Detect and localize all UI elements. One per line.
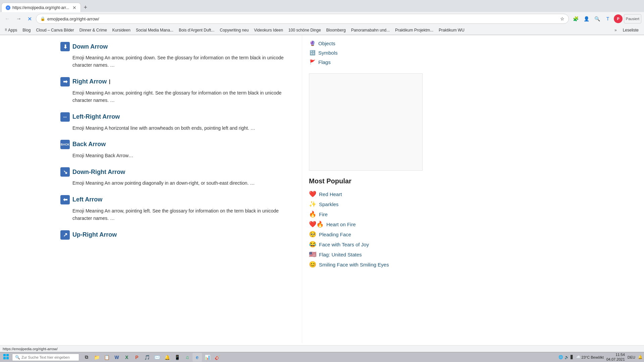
objects-icon: 🔮 [309,40,316,47]
profile-button[interactable]: P [614,14,623,23]
main-content: ⬇ Down Arrow Emoji Meaning An arrow, poi… [0,35,302,343]
page-container: ⬇ Down Arrow Emoji Meaning An arrow, poi… [0,35,644,343]
bookmarks-bar: ⠿ Apps Blog Cloud – Canva Bilder Dinner … [0,25,644,35]
down-right-arrow-link[interactable]: Down-Right Arrow [72,169,125,176]
bookmark-cloud[interactable]: Cloud – Canva Bilder [34,27,76,33]
bookmark-videokurs[interactable]: Videokurs Ideen [252,27,285,33]
pleading-face-emoji: 🥺 [309,231,316,238]
bookmark-praktikum-pm[interactable]: Praktikum Projektm... [393,27,435,33]
address-bar[interactable]: 🔒 ☆ [36,14,569,24]
browser-chrome: e https://emojipedia.org/right-arr... ✕ … [0,0,644,35]
lock-icon: 🔒 [40,16,45,21]
down-arrow-entry: ⬇ Down Arrow Emoji Meaning An arrow, poi… [60,42,288,69]
bookmark-copywriting[interactable]: Copywriting neu [218,27,251,33]
bookmark-copywriting-label: Copywriting neu [220,28,249,33]
smiling-face-emoji: 😊 [309,261,316,268]
new-tab-button[interactable]: + [81,4,90,11]
popular-item-smiling-face[interactable]: 😊 Smiling Face with Smiling Eyes [309,259,423,269]
popular-item-flag-us[interactable]: 🇺🇸 Flag: United States [309,249,423,259]
popular-item-red-heart[interactable]: ❤️ Red Heart [309,189,423,199]
bookmark-panorama-label: Panoramabahn und... [351,28,390,33]
bookmark-dinner[interactable]: Dinner & Crime [77,27,109,33]
flag-us-link[interactable]: Flag: United States [319,252,362,257]
bookmark-praktikum-wu-label: Praktikum WU [439,28,465,33]
back-arrow-icon: BACK [60,140,70,149]
bookmark-blog-label: Blog [22,28,31,33]
most-popular-title: Most Popular [309,177,423,185]
face-tears-joy-link[interactable]: Face with Tears of Joy [319,242,369,247]
bookmark-kursideen[interactable]: Kursideen [110,27,132,33]
down-arrow-link[interactable]: Down Arrow [72,43,108,50]
pleading-face-link[interactable]: Pleading Face [319,232,351,237]
down-right-arrow-description: Emoji Meaning An arrow pointing diagonal… [72,179,288,187]
active-tab[interactable]: e https://emojipedia.org/right-arr... ✕ [1,3,81,12]
bookmark-praktikum-wu[interactable]: Praktikum WU [437,27,467,33]
right-arrow-title-row: ➡ Right Arrow [60,77,288,86]
bookmark-cloud-label: Cloud – Canva Bilder [36,28,74,33]
tab-title: https://emojipedia.org/right-arr... [12,5,69,10]
flag-us-emoji: 🇺🇸 [309,251,316,258]
left-arrow-entry: ⬅ Left Arrow Emoji Meaning An arrow, poi… [60,195,288,222]
bookmark-panorama[interactable]: Panoramabahn und... [349,27,392,33]
account-icon[interactable]: 👤 [582,14,591,23]
up-right-arrow-link[interactable]: Up-Right Arrow [72,231,117,238]
bookmark-social[interactable]: Social Media Mana... [134,27,175,33]
reload-button[interactable]: ✕ [25,14,34,23]
left-arrow-description: Emoji Meaning An arrow, pointing left. S… [72,207,288,222]
up-right-arrow-title-row: ↗ Up-Right Arrow [60,230,288,240]
popular-item-heart-on-fire[interactable]: ❤️🔥 Heart on Fire [309,219,423,229]
read-list-button[interactable]: Leseliste [620,27,641,33]
sidebar-item-flags[interactable]: 🚩 Flags [309,57,423,67]
sidebar-item-objects[interactable]: 🔮 Objects [309,39,423,48]
down-arrow-title-row: ⬇ Down Arrow [60,42,288,51]
sidebar-item-flags-label: Flags [318,59,331,65]
bookmark-apps[interactable]: ⠿ Apps [3,27,19,33]
pause-button[interactable]: Pausiert [624,14,641,23]
left-right-arrow-link[interactable]: Left-Right Arrow [72,113,120,120]
bookmark-dinner-label: Dinner & Crime [79,28,107,33]
tab-close-button[interactable]: ✕ [72,5,76,10]
popular-item-pleading-face[interactable]: 🥺 Pleading Face [309,229,423,239]
bookmark-100schone[interactable]: 100 schöne Dinge [286,27,323,33]
search-button[interactable]: 🔍 [592,14,602,23]
extensions-button[interactable]: 🧩 [571,14,580,23]
popular-item-face-tears-joy[interactable]: 😂 Face with Tears of Joy [309,239,423,249]
bookmark-100schone-label: 100 schöne Dinge [288,28,321,33]
forward-button[interactable]: → [14,14,23,23]
back-button[interactable]: ← [3,14,12,23]
translate-icon[interactable]: T [603,14,612,23]
bookmark-blog[interactable]: Blog [20,27,33,33]
fire-link[interactable]: Fire [319,212,328,217]
popular-item-sparkles[interactable]: ✨ Sparkles [309,199,423,209]
red-heart-link[interactable]: Red Heart [319,191,342,197]
left-right-arrow-icon: ↔ [60,112,70,122]
flags-icon: 🚩 [309,59,316,65]
up-right-arrow-icon: ↗ [60,230,70,240]
down-arrow-description: Emoji Meaning An arrow, pointing down. S… [72,54,288,69]
bookmark-bloomberg[interactable]: Bloomberg [324,27,348,33]
popular-item-fire[interactable]: 🔥 Fire [309,209,423,219]
sidebar-item-symbols[interactable]: 🔣 Symbols [309,48,423,57]
advertisement-area [309,73,423,171]
back-arrow-entry: BACK Back Arrow Emoji Meaning Back Arrow… [60,140,288,159]
bookmark-bois[interactable]: Bois d'Argent Duft... [177,27,216,33]
bookmark-star-icon[interactable]: ☆ [560,16,565,21]
up-right-arrow-entry: ↗ Up-Right Arrow [60,230,288,240]
smiling-face-link[interactable]: Smiling Face with Smiling Eyes [319,262,389,267]
sparkles-link[interactable]: Sparkles [319,201,338,207]
bookmark-bloomberg-label: Bloomberg [326,28,346,33]
right-arrow-entry: ➡ Right Arrow Emoji Meaning An arrow, po… [60,77,288,104]
left-arrow-link[interactable]: Left Arrow [72,196,102,203]
bookmarks-overflow[interactable]: » [612,27,619,33]
heart-on-fire-link[interactable]: Heart on Fire [326,222,356,227]
right-arrow-link[interactable]: Right Arrow [72,78,107,85]
left-right-arrow-entry: ↔ Left-Right Arrow Emoji Meaning A horiz… [60,112,288,132]
sidebar-item-symbols-label: Symbols [318,50,338,56]
bookmark-social-label: Social Media Mana... [136,28,173,33]
tab-favicon: e [6,5,10,10]
right-arrow-description: Emoji Meaning An arrow, pointing right. … [72,89,288,104]
url-input[interactable] [47,16,558,21]
sidebar-nav-section: 🔮 Objects 🔣 Symbols 🚩 Flags [309,35,423,67]
back-arrow-title-row: BACK Back Arrow [60,140,288,149]
back-arrow-link[interactable]: Back Arrow [72,141,106,148]
